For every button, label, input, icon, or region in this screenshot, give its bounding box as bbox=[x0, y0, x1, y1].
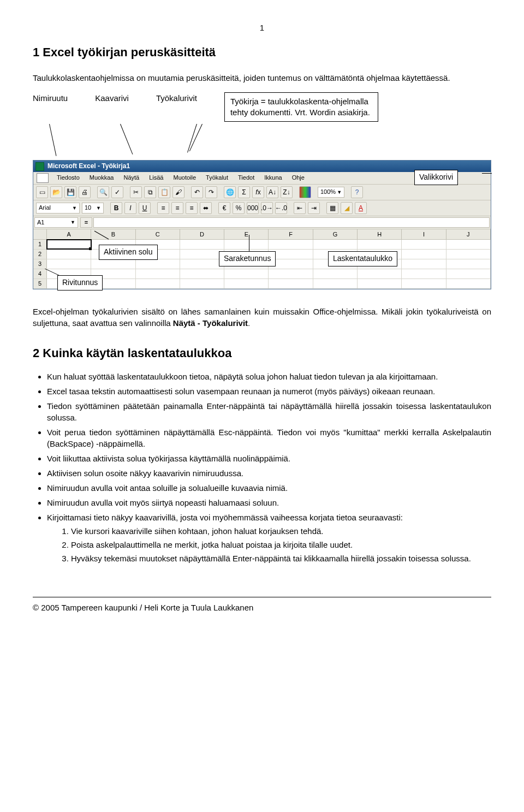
cell[interactable] bbox=[446, 279, 491, 288]
hyperlink-icon[interactable]: 🌐 bbox=[224, 186, 236, 198]
bold-icon[interactable]: B bbox=[110, 202, 122, 214]
menu-muotoile[interactable]: Muotoile bbox=[171, 173, 198, 183]
cell[interactable] bbox=[402, 269, 446, 278]
format-painter-icon[interactable]: 🖌 bbox=[172, 186, 184, 198]
col-header-B[interactable]: B bbox=[91, 229, 135, 239]
open-icon[interactable]: 📂 bbox=[50, 186, 62, 198]
equals-button[interactable]: = bbox=[80, 217, 92, 228]
cell[interactable] bbox=[269, 279, 313, 288]
copy-icon[interactable]: ⧉ bbox=[144, 186, 156, 198]
indent-inc-icon[interactable]: ⇥ bbox=[308, 202, 320, 214]
italic-icon[interactable]: I bbox=[124, 202, 136, 214]
standard-toolbar[interactable]: ▭ 📂 💾 🖨 🔍 ✓ ✂ ⧉ 📋 🖌 ↶ ↷ 🌐 Σ fx A↓ Z↓ 100… bbox=[33, 185, 491, 200]
paste-icon[interactable]: 📋 bbox=[158, 186, 170, 198]
sum-icon[interactable]: Σ bbox=[238, 186, 250, 198]
cell[interactable] bbox=[313, 240, 358, 249]
cell[interactable] bbox=[269, 240, 313, 249]
cell[interactable] bbox=[446, 269, 491, 278]
fill-color-icon[interactable]: ◢ bbox=[341, 202, 353, 214]
col-header-D[interactable]: D bbox=[180, 229, 224, 239]
chart-icon[interactable] bbox=[299, 186, 311, 198]
col-header-I[interactable]: I bbox=[402, 229, 446, 239]
cell[interactable] bbox=[224, 269, 269, 278]
increase-dec-icon[interactable]: .0→ bbox=[261, 202, 273, 214]
cell[interactable] bbox=[47, 250, 91, 259]
formula-input[interactable] bbox=[93, 217, 490, 228]
cell[interactable] bbox=[446, 259, 491, 269]
preview-icon[interactable]: 🔍 bbox=[97, 186, 109, 198]
row-header-4[interactable]: 4 bbox=[33, 269, 47, 278]
cell[interactable] bbox=[136, 269, 180, 278]
cell[interactable] bbox=[224, 279, 269, 288]
cell[interactable] bbox=[402, 250, 446, 259]
currency-icon[interactable]: € bbox=[218, 202, 230, 214]
menu-muokkaa[interactable]: Muokkaa bbox=[88, 173, 116, 183]
cell[interactable] bbox=[224, 240, 269, 249]
redo-icon[interactable]: ↷ bbox=[205, 186, 217, 198]
cell[interactable] bbox=[402, 259, 446, 269]
menu-ohje[interactable]: Ohje bbox=[290, 173, 306, 183]
cell[interactable] bbox=[446, 240, 491, 249]
cell[interactable] bbox=[446, 250, 491, 259]
row-header-5[interactable]: 5 bbox=[33, 279, 47, 288]
col-header-G[interactable]: G bbox=[313, 229, 358, 239]
fx-icon[interactable]: fx bbox=[252, 186, 264, 198]
cell[interactable] bbox=[180, 269, 224, 278]
font-size-box[interactable]: 10 ▼ bbox=[82, 203, 104, 213]
zoom-box[interactable]: 100% ▼ bbox=[318, 187, 344, 197]
name-box[interactable]: A1 ▼ bbox=[34, 217, 78, 228]
sort-asc-icon[interactable]: A↓ bbox=[266, 186, 278, 198]
sort-desc-icon[interactable]: Z↓ bbox=[281, 186, 293, 198]
col-header-H[interactable]: H bbox=[358, 229, 402, 239]
save-icon[interactable]: 💾 bbox=[64, 186, 76, 198]
cell[interactable] bbox=[358, 279, 402, 288]
cell[interactable] bbox=[136, 259, 180, 269]
cell[interactable] bbox=[136, 279, 180, 288]
font-name-box[interactable]: Arial ▼ bbox=[36, 203, 80, 213]
cell[interactable] bbox=[402, 279, 446, 288]
new-icon[interactable]: ▭ bbox=[36, 186, 48, 198]
spreadsheet-grid[interactable]: A B C D E F G H I J 1 2 3 4 5 bbox=[33, 229, 491, 289]
undo-icon[interactable]: ↶ bbox=[191, 186, 203, 198]
percent-icon[interactable]: % bbox=[233, 202, 245, 214]
cell[interactable] bbox=[180, 240, 224, 249]
cell[interactable] bbox=[358, 269, 402, 278]
cut-icon[interactable]: ✂ bbox=[130, 186, 142, 198]
cell[interactable] bbox=[180, 279, 224, 288]
cell[interactable] bbox=[269, 269, 313, 278]
col-header-E[interactable]: E bbox=[224, 229, 269, 239]
spell-icon[interactable]: ✓ bbox=[111, 186, 123, 198]
col-header-A[interactable]: A bbox=[47, 229, 91, 239]
align-left-icon[interactable]: ≡ bbox=[157, 202, 169, 214]
underline-icon[interactable]: U bbox=[139, 202, 151, 214]
cell[interactable] bbox=[313, 269, 358, 278]
borders-icon[interactable]: ▦ bbox=[326, 202, 338, 214]
row-header-2[interactable]: 2 bbox=[33, 250, 47, 259]
cell[interactable] bbox=[402, 240, 446, 249]
cell[interactable] bbox=[313, 279, 358, 288]
cell[interactable] bbox=[180, 259, 224, 269]
menu-lisaa[interactable]: Lisää bbox=[147, 173, 165, 183]
decrease-dec-icon[interactable]: ←.0 bbox=[275, 202, 287, 214]
menu-nayta[interactable]: Näytä bbox=[122, 173, 141, 183]
print-icon[interactable]: 🖨 bbox=[79, 186, 91, 198]
select-all-corner[interactable] bbox=[33, 229, 47, 239]
help-icon[interactable]: ? bbox=[351, 186, 363, 198]
merge-icon[interactable]: ⬌ bbox=[200, 202, 212, 214]
cell[interactable] bbox=[47, 259, 91, 269]
cell[interactable] bbox=[358, 240, 402, 249]
row-header-3[interactable]: 3 bbox=[33, 259, 47, 269]
menu-tiedot[interactable]: Tiedot bbox=[236, 173, 256, 183]
row-header-1[interactable]: 1 bbox=[33, 240, 47, 249]
cell[interactable] bbox=[180, 250, 224, 259]
font-color-icon[interactable]: A bbox=[355, 202, 367, 214]
col-header-C[interactable]: C bbox=[136, 229, 180, 239]
thousands-icon[interactable]: 000 bbox=[247, 202, 259, 214]
menu-bar[interactable]: Tiedosto Muokkaa Näytä Lisää Muotoile Ty… bbox=[33, 172, 491, 185]
formatting-toolbar[interactable]: Arial ▼ 10 ▼ B I U ≡ ≡ ≡ ⬌ € % 000 .0→ ←… bbox=[33, 200, 491, 216]
col-header-F[interactable]: F bbox=[269, 229, 313, 239]
col-header-J[interactable]: J bbox=[446, 229, 491, 239]
menu-tiedosto[interactable]: Tiedosto bbox=[55, 173, 81, 183]
align-center-icon[interactable]: ≡ bbox=[171, 202, 183, 214]
menu-tyokalut[interactable]: Työkalut bbox=[204, 173, 230, 183]
